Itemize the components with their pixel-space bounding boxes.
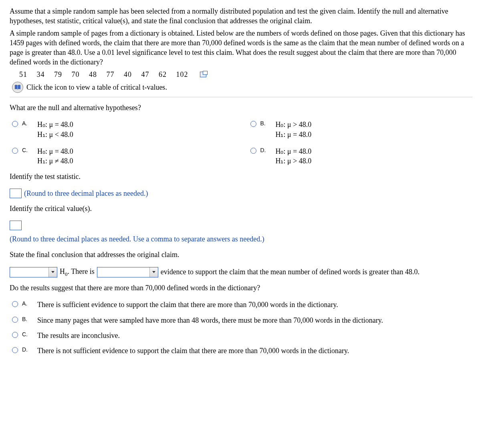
option-label: D. [22,346,31,354]
q4-prompt: State the final conclusion that addresse… [10,250,472,259]
option-text: H₀: μ = 48.0 H₁: μ ≠ 48.0 [37,147,73,166]
option-label: C. [22,331,31,338]
radio-icon[interactable] [12,121,18,127]
q2-hint: (Round to three decimal places as needed… [24,189,148,198]
option-text: The results are inconclusive. [37,331,472,340]
q1-option-b[interactable]: B. H₀: μ > 48.0 H₁: μ = 48.0 [250,120,473,139]
sample-data-values: 51 34 79 70 48 77 40 47 62 102 [19,70,188,78]
q5-option-c[interactable]: C. The results are inconclusive. [12,331,472,340]
option-label: A. [22,300,31,307]
q5-option-d[interactable]: D. There is not sufficient evidence to s… [12,346,472,356]
q1-prompt: What are the null and alternative hypoth… [10,103,472,113]
option-text: There is sufficient evidence to support … [37,300,472,309]
instructions-para-1: Assume that a simple random sample has b… [10,6,472,26]
radio-icon[interactable] [12,332,18,338]
conclusion-verb-select[interactable] [10,267,57,277]
option-text: H₀: μ = 48.0 H₁: μ > 48.0 [276,147,312,166]
conclusion-evidence-select[interactable] [97,267,158,277]
option-text: Since many pages that were sampled have … [37,315,472,325]
radio-icon[interactable] [12,347,18,353]
radio-icon[interactable] [12,148,18,154]
critical-value-input[interactable] [10,221,22,230]
q1-option-d[interactable]: D. H₀: μ = 48.0 H₁: μ > 48.0 [250,147,473,166]
q5-option-a[interactable]: A. There is sufficient evidence to suppo… [12,300,472,309]
option-text: There is not sufficient evidence to supp… [37,346,472,356]
q1-option-c[interactable]: C. H₀: μ = 48.0 H₁: μ ≠ 48.0 [12,147,234,166]
chevron-down-icon [48,267,57,277]
divider [10,97,472,97]
conclusion-text-h0: H0. There is [60,267,95,277]
test-statistic-input[interactable] [10,189,22,198]
option-label: B. [22,315,31,323]
radio-icon[interactable] [12,301,18,307]
conclusion-text-tail: evidence to support the claim that the m… [161,267,419,277]
q3-hint: (Round to three decimal places as needed… [10,234,472,244]
option-label: D. [260,147,269,154]
q5-option-b[interactable]: B. Since many pages that were sampled ha… [12,315,472,325]
option-label: B. [260,120,269,127]
q1-option-a[interactable]: A. H₀: μ = 48.0 H₁: μ < 48.0 [12,120,234,139]
radio-icon[interactable] [12,317,18,323]
option-text: H₀: μ > 48.0 H₁: μ = 48.0 [276,120,312,139]
q5-prompt: Do the results suggest that there are mo… [10,283,472,293]
radio-icon[interactable] [250,148,256,154]
chevron-down-icon [149,267,158,277]
option-text: H₀: μ = 48.0 H₁: μ < 48.0 [37,120,73,139]
q2-prompt: Identify the test statistic. [10,172,472,181]
option-label: A. [22,120,31,127]
data-table-popup-icon[interactable] [200,72,206,77]
option-label: C. [22,147,31,154]
book-icon[interactable] [12,82,23,93]
critical-values-link[interactable]: Click the icon to view a table of critic… [26,82,167,92]
radio-icon[interactable] [250,121,256,127]
q3-prompt: Identify the critical value(s). [10,204,472,213]
instructions-para-2: A simple random sample of pages from a d… [10,28,472,67]
